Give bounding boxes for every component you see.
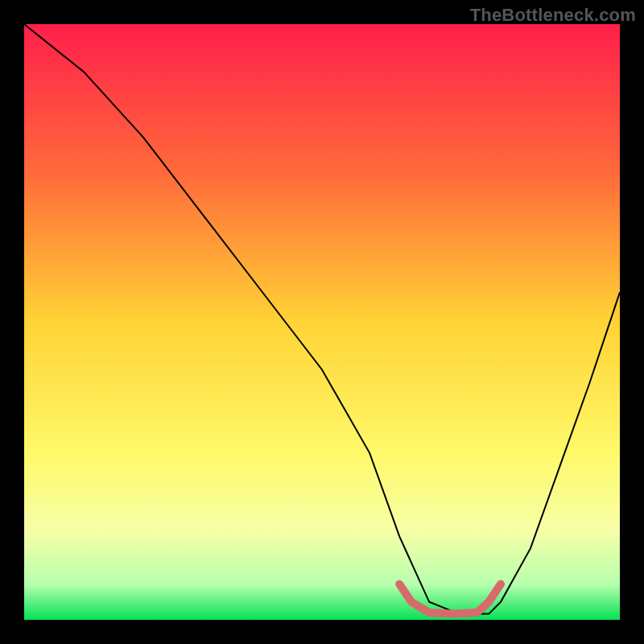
watermark-text: TheBottleneck.com xyxy=(470,5,636,26)
chart-svg xyxy=(0,0,644,644)
plot-gradient-rect xyxy=(24,24,620,620)
chart-frame: TheBottleneck.com xyxy=(0,0,644,644)
